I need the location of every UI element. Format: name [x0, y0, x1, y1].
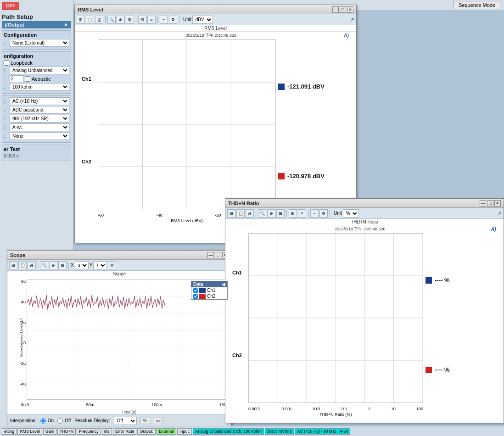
- tb-icon-6[interactable]: ⊠: [126, 16, 134, 24]
- configuration2-section: onfiguration Loopback : Analog Unbalance…: [2, 51, 71, 94]
- scope-toolbar: ⊞ 📋 🖨 🔍 ⊕ ⊠ X s Y V ⚙ ↗: [7, 260, 231, 271]
- bw-select[interactable]: ADC passband: [10, 106, 69, 114]
- rms-chart-subtitle: RMS Level: [75, 25, 356, 32]
- status-dts: dts: [102, 428, 112, 435]
- sr-select[interactable]: 90k (192 kHz SR): [10, 115, 69, 123]
- rms-minimize-btn[interactable]: —: [332, 6, 339, 13]
- acoustic-checkbox[interactable]: [25, 76, 30, 82]
- config2-title: onfiguration: [4, 53, 69, 59]
- interp-off-label: Off: [65, 418, 71, 423]
- thdn-unit-label: Unit: [334, 211, 342, 216]
- io-dropdown[interactable]: t/Output ▼: [2, 21, 71, 28]
- scope-subtitle: Scope: [7, 271, 231, 277]
- thdn-expand-icon[interactable]: ↗: [497, 210, 502, 217]
- scope-tb-3[interactable]: 🖨: [28, 261, 36, 269]
- scope-tb-1[interactable]: ⊞: [9, 261, 17, 269]
- config-select-1[interactable]: None (External): [10, 39, 69, 47]
- thdn-minimize-btn[interactable]: —: [480, 200, 486, 207]
- loopback-checkbox[interactable]: [4, 60, 9, 66]
- scope-tb-2[interactable]: 📋: [18, 261, 27, 269]
- ch-input[interactable]: [10, 75, 23, 82]
- tb-icon-1[interactable]: ⊞: [77, 16, 85, 24]
- tb-icon-3[interactable]: 🖨: [95, 16, 103, 24]
- thdn-tb-8[interactable]: ≡: [298, 209, 306, 218]
- interp-off-radio[interactable]: [57, 418, 63, 424]
- expand-button[interactable]: >>: [154, 418, 163, 424]
- thdn-tb-4[interactable]: 🔍: [258, 209, 266, 218]
- interp-on-radio[interactable]: [40, 418, 46, 424]
- tb-icon-9[interactable]: ~: [160, 16, 168, 24]
- thdn-tb-3[interactable]: 🖨: [246, 209, 254, 218]
- tb-icon-8[interactable]: ≡: [147, 16, 156, 24]
- rms-chart-container: Ch1 Ch2: [75, 39, 356, 223]
- type-select[interactable]: Analog Unbalanced: [10, 67, 69, 74]
- acoustic-label: Acoustic: [32, 76, 51, 82]
- tb-sep-2: [136, 16, 136, 23]
- thdn-maximize-btn[interactable]: □: [487, 200, 493, 207]
- scope-maximize-btn[interactable]: □: [215, 252, 221, 258]
- thdn-chart-header: 2022/2/18 下午 2:35:48.626 A): [225, 225, 504, 233]
- scope-tb-4[interactable]: 🔍: [40, 261, 48, 269]
- tb-icon-10[interactable]: ⚙: [169, 16, 177, 24]
- rms-chart-svg: [98, 40, 275, 209]
- rms-close-btn[interactable]: ✕: [347, 6, 353, 13]
- thdn-ch1-color-box: [426, 277, 432, 284]
- sh-button[interactable]: Sh: [140, 418, 150, 424]
- config-label: :: [4, 40, 8, 45]
- thdn-tb-2[interactable]: 📋: [236, 209, 245, 218]
- timer-test-title: er Test: [4, 146, 69, 152]
- rms-ch1-result: -121.091 dBV: [278, 83, 354, 90]
- legend-ch1-check[interactable]: [193, 288, 198, 293]
- thdn-tb-1[interactable]: ⊞: [227, 209, 235, 218]
- thdn-ch1-label: Ch1: [232, 270, 242, 275]
- rms-ch2-color-box: [278, 173, 285, 179]
- status-bar: etting RMS Level Gain THD+N Frequency dt…: [0, 426, 504, 436]
- tb-icon-4[interactable]: 🔍: [107, 16, 116, 24]
- expand-icon[interactable]: ↗: [350, 17, 354, 23]
- scope-tb-sep1: [38, 262, 38, 269]
- tb-sep-4: [179, 16, 179, 23]
- notch-select[interactable]: None: [10, 132, 69, 140]
- interp-on-group: On: [40, 418, 54, 424]
- legend-ch2-check[interactable]: [193, 294, 198, 299]
- off-button[interactable]: OFF: [2, 2, 19, 10]
- weight-label: :: [4, 125, 8, 130]
- thdn-tb-10[interactable]: ⚙: [319, 209, 328, 218]
- scope-tb-5[interactable]: ⊕: [49, 261, 57, 269]
- coupling-select[interactable]: AC (<10 Hz): [10, 97, 69, 105]
- thdn-window-controls: — □ ✕: [480, 200, 501, 207]
- thdn-tb-sep2: [286, 210, 287, 217]
- interp-on-label: On: [48, 418, 54, 423]
- load-select[interactable]: 100 kohm: [10, 83, 69, 91]
- residual-select[interactable]: Off: [114, 417, 137, 425]
- legend-ch2-label: Ch2: [207, 294, 215, 299]
- scope-tb-7[interactable]: ⚙: [108, 261, 116, 269]
- tb-icon-5[interactable]: ⊕: [117, 16, 125, 24]
- thdn-tb-7[interactable]: ⊞: [289, 209, 297, 218]
- weight-select[interactable]: A-wt.: [10, 123, 69, 131]
- tb-icon-2[interactable]: 📋: [86, 16, 94, 24]
- thdn-tb-9[interactable]: ~: [310, 209, 319, 218]
- legend-ch1-item: Ch1: [191, 287, 227, 293]
- rms-ch2-value: -120.978 dBV: [287, 173, 325, 179]
- load-label: :: [4, 84, 8, 89]
- thdn-unit-select[interactable]: %: [343, 209, 359, 218]
- scope-y-unit[interactable]: V: [93, 261, 107, 269]
- scope-tb-6[interactable]: ⊠: [58, 261, 67, 269]
- scope-title: Scope: [10, 252, 25, 258]
- sequence-mode-button[interactable]: Sequence Mode: [454, 1, 500, 9]
- tb-icon-7[interactable]: ⊞: [138, 16, 146, 24]
- thdn-chart-subtitle: THD+N Ratio: [225, 219, 504, 225]
- thdn-close-btn[interactable]: ✕: [494, 200, 501, 207]
- timer-label: 0.000 s: [4, 153, 19, 158]
- scope-x-unit[interactable]: s: [75, 261, 89, 269]
- legend-title: Data: [193, 282, 203, 287]
- thdn-tb-6[interactable]: ⊠: [276, 209, 285, 218]
- status-output-label: Output:: [137, 428, 156, 435]
- unit-select[interactable]: dBV: [192, 16, 213, 24]
- thdn-tb-5[interactable]: ⊕: [267, 209, 275, 218]
- scope-minimize-btn[interactable]: —: [207, 252, 214, 258]
- thdn-results-panel: ---- % ---- %: [423, 233, 504, 417]
- legend-collapse[interactable]: ◀: [222, 282, 225, 287]
- rms-maximize-btn[interactable]: □: [340, 6, 346, 13]
